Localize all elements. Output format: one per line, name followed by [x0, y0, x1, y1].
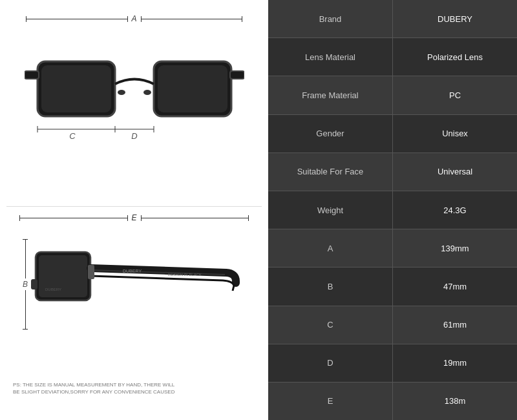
spec-label-9: D	[268, 344, 393, 382]
glasses-side-svg: DUBERY DESIGN IN BLACK DUBERY	[26, 233, 246, 342]
spec-row-weight: Weight24.3G	[268, 191, 517, 229]
spec-value-5: 24.3G	[393, 191, 517, 229]
svg-point-7	[143, 90, 151, 95]
spec-value-7: 47mm	[393, 268, 517, 305]
dimension-E-line: E	[19, 213, 249, 222]
spec-label-1: Lens Material	[268, 38, 393, 76]
spec-row-gender: GenderUnisex	[268, 115, 517, 153]
side-diagram: E B	[6, 207, 262, 401]
tick-bottom	[23, 329, 28, 330]
spec-value-1: Polarized Lens	[393, 38, 517, 76]
svg-rect-4	[25, 71, 39, 79]
spec-label-8: C	[268, 306, 393, 344]
dim-E-left	[19, 218, 128, 218]
dimension-B-line: B	[23, 239, 28, 330]
spec-value-6: 139mm	[393, 229, 517, 267]
ps-line1: PS: THE SIZE IS MANUAL MEASUREMENT BY HA…	[13, 381, 174, 388]
svg-point-6	[118, 90, 125, 95]
spec-label-4: Suitable For Face	[268, 153, 393, 191]
spec-row-suitable-for-face: Suitable For FaceUniversal	[268, 153, 517, 191]
spec-row-a: A139mm	[268, 229, 517, 268]
svg-rect-1	[41, 65, 111, 112]
spec-label-3: Gender	[268, 115, 393, 152]
dimension-A-line: A	[26, 14, 242, 23]
right-panel: BrandDUBERYLens MaterialPolarized LensFr…	[268, 0, 517, 420]
spec-label-7: B	[268, 268, 393, 305]
ps-note: PS: THE SIZE IS MANUAL MEASUREMENT BY HA…	[13, 381, 174, 395]
side-view-area: B	[13, 233, 268, 345]
spec-table: BrandDUBERYLens MaterialPolarized LensFr…	[268, 0, 517, 420]
left-panel: A	[0, 0, 268, 420]
svg-rect-19	[88, 265, 94, 279]
spec-row-d: D19mm	[268, 344, 517, 383]
ps-line2: BE SLIGHT DEVIATION,SORRY FOR ANY CONVEN…	[13, 388, 174, 395]
spec-row-frame-material: Frame MaterialPC	[268, 76, 517, 114]
spec-row-brand: BrandDUBERY	[268, 0, 517, 38]
dim-E-right	[141, 218, 249, 218]
svg-rect-20	[31, 279, 37, 289]
front-diagram: A	[6, 6, 262, 207]
svg-text:DUBERY: DUBERY	[123, 269, 142, 273]
spec-label-0: Brand	[268, 0, 393, 37]
glasses-front-area: C D	[19, 26, 249, 162]
spec-row-c: C61mm	[268, 306, 517, 344]
spec-value-2: PC	[393, 76, 517, 114]
svg-rect-3	[158, 65, 227, 112]
svg-text:DESIGN IN BLACK: DESIGN IN BLACK	[168, 273, 202, 277]
spec-row-b: B47mm	[268, 268, 517, 306]
spec-value-8: 61mm	[393, 306, 517, 344]
dim-A-label: A	[128, 14, 141, 23]
spec-value-3: Unisex	[393, 115, 517, 152]
svg-text:C: C	[69, 131, 76, 141]
dim-E-label: E	[128, 213, 141, 222]
vert-line-b2	[25, 290, 26, 329]
spec-value-0: DUBERY	[393, 0, 517, 37]
spec-label-10: E	[268, 383, 393, 420]
svg-rect-5	[230, 71, 244, 79]
spec-label-6: A	[268, 229, 393, 267]
spec-value-4: Universal	[393, 153, 517, 191]
spec-value-9: 19mm	[393, 344, 517, 382]
spec-value-10: 138m	[393, 383, 517, 420]
svg-text:DUBERY: DUBERY	[45, 288, 61, 291]
spec-label-2: Frame Material	[268, 76, 393, 114]
vert-line-b	[25, 240, 26, 278]
glasses-front-svg: C D	[25, 36, 244, 152]
dim-line-right	[141, 19, 243, 19]
spec-row-e: E138m	[268, 383, 517, 420]
spec-row-lens-material: Lens MaterialPolarized Lens	[268, 38, 517, 76]
svg-text:D: D	[131, 131, 137, 141]
spec-label-5: Weight	[268, 191, 393, 229]
dim-line-left	[26, 19, 128, 19]
main-container: A	[0, 0, 517, 420]
dim-B-label: B	[23, 278, 28, 290]
